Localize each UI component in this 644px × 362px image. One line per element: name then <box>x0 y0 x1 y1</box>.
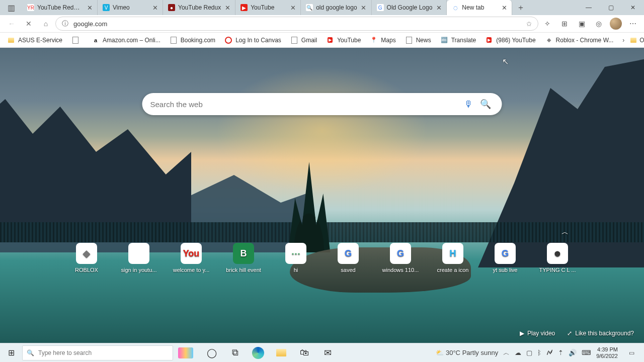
bookmark-2[interactable]: aAmazon.com – Onli... <box>89 34 164 46</box>
quicklink-tile: You <box>181 243 202 264</box>
bluetooth-tray-icon[interactable]: ᛒ <box>537 349 541 356</box>
quicklink-4[interactable]: ⋯hi <box>285 243 307 273</box>
quicklink-label: hi <box>273 267 318 273</box>
bookmark-label: (986) YouTube <box>496 37 535 44</box>
home-button[interactable]: ⌂ <box>38 16 53 31</box>
site-info-icon[interactable]: ⓘ <box>62 19 68 28</box>
minimize-button[interactable]: — <box>578 0 600 15</box>
quicklink-3[interactable]: Bbrick hill event <box>232 243 255 273</box>
quicklink-6[interactable]: Gwindows 110... <box>389 243 412 273</box>
onedrive-tray-icon[interactable]: ☁ <box>515 349 521 356</box>
tab-3[interactable]: ▶YouTube✕ <box>235 0 301 15</box>
url-field[interactable]: ⓘ google.com ✩ <box>55 17 538 31</box>
quicklink-1[interactable]: sign in youtu... <box>128 243 150 273</box>
bookmark-11[interactable]: ◆Roblox - Chrome W... <box>542 34 617 46</box>
tab-4[interactable]: 🔍old google logo✕ <box>301 0 371 15</box>
quicklink-5[interactable]: Gsaved <box>337 243 359 273</box>
address-bar: ← ✕ ⌂ ⓘ google.com ✩ ✧ ⊞ ▣ ◎ ⋯ <box>0 15 644 33</box>
new-tab-button[interactable]: ＋ <box>512 0 529 15</box>
bookmark-0[interactable]: ASUS E-Service <box>4 34 65 46</box>
collapse-quicklinks-button[interactable]: ︿ <box>561 228 569 237</box>
settings-menu-button[interactable]: ⋯ <box>626 17 640 31</box>
quicklink-9[interactable]: ☻TYPING C L ... <box>546 243 569 273</box>
close-tab-icon[interactable]: ✕ <box>501 4 508 12</box>
bookmark-icon: ◆ <box>545 36 553 44</box>
favorite-star-icon[interactable]: ✩ <box>526 20 532 28</box>
task-view-button[interactable] <box>175 343 196 363</box>
bookmark-1[interactable] <box>68 34 86 46</box>
close-tab-icon[interactable]: ✕ <box>86 4 93 12</box>
close-tab-icon[interactable]: ✕ <box>435 4 442 12</box>
cortana-button[interactable]: ◯ <box>201 343 222 363</box>
language-tray-icon[interactable]: ⌨ <box>582 349 591 356</box>
wifi-tray-icon[interactable]: ⇡ <box>558 349 564 356</box>
taskbar-search[interactable]: 🔍 Type here to search <box>22 345 173 360</box>
quicklink-tile: ⋯ <box>285 243 306 264</box>
volume-tray-icon[interactable]: 🔊 <box>569 349 577 356</box>
close-tab-icon[interactable]: ✕ <box>289 4 296 12</box>
tab-6[interactable]: ◌New tab✕ <box>447 0 512 15</box>
quicklink-7[interactable]: Hcreate a icon <box>442 243 464 273</box>
tab-0[interactable]: YRYouTube Redux -✕ <box>22 0 98 15</box>
bookmark-9[interactable]: 🔤Translate <box>437 34 479 46</box>
tab-actions-button[interactable]: ▥ <box>0 0 22 15</box>
action-center-button[interactable]: ▭ <box>623 343 640 363</box>
weather-widget[interactable]: ⛅ 30°C Partly sunny <box>436 349 498 356</box>
bookmarks-overflow[interactable]: › <box>622 37 624 44</box>
bookmark-label: YouTube <box>337 37 361 44</box>
maximize-button[interactable]: ▢ <box>600 0 622 15</box>
battery-tray-icon[interactable]: 🗲 <box>546 349 553 356</box>
bookmark-label: Amazon.com – Onli... <box>103 37 160 44</box>
close-window-button[interactable]: ✕ <box>622 0 644 15</box>
bookmark-icon: 📍 <box>370 36 378 44</box>
collections-button[interactable]: ⊞ <box>557 17 572 31</box>
explorer-taskbar-icon[interactable] <box>271 343 292 363</box>
screenshot-button[interactable]: ▣ <box>575 17 589 31</box>
search-icon[interactable]: 🔍 <box>477 99 494 110</box>
close-tab-icon[interactable]: ✕ <box>224 4 231 12</box>
close-tab-icon[interactable]: ✕ <box>360 4 367 12</box>
back-button[interactable]: ← <box>4 16 19 31</box>
bookmark-10[interactable]: ▶(986) YouTube <box>482 34 538 46</box>
start-button[interactable]: ⊞ <box>0 343 22 363</box>
edge-taskbar-icon[interactable] <box>248 343 269 363</box>
meet-tray-icon[interactable]: ▢ <box>526 349 532 356</box>
tab-title: Vimeo <box>113 4 148 11</box>
tab-title: YouTube Redux - <box>37 4 83 11</box>
taskbar-clock[interactable]: 4:39 PM 9/6/2022 <box>596 346 618 359</box>
close-tab-icon[interactable]: ✕ <box>151 4 158 12</box>
quicklink-2[interactable]: Youwelcome to y... <box>180 243 202 273</box>
tab-strip: ▥ YRYouTube Redux -✕VVimeo✕●YouTube Redu… <box>0 0 644 15</box>
quicklink-8[interactable]: Gyt sub live <box>494 243 516 273</box>
bookmark-6[interactable]: ▶YouTube <box>323 34 364 46</box>
tab-5[interactable]: GOld Google Logo✕ <box>372 0 447 15</box>
web-search-box[interactable]: 🎙 🔍 <box>142 93 502 115</box>
search-input[interactable] <box>150 100 460 109</box>
web-capture-button[interactable]: ◎ <box>592 17 606 31</box>
bookmark-3[interactable]: Booking.com <box>167 34 218 46</box>
bookmark-8[interactable]: News <box>402 34 434 46</box>
extensions-button[interactable]: ✧ <box>540 17 554 31</box>
tab-favicon: 🔍 <box>306 4 313 11</box>
stop-button[interactable]: ✕ <box>21 16 36 31</box>
tray-chevron-icon[interactable]: ︿ <box>503 348 510 357</box>
voice-search-icon[interactable]: 🎙 <box>460 99 477 110</box>
store-taskbar-icon[interactable]: 🛍 <box>294 343 315 363</box>
tab-2[interactable]: ●YouTube Redux✕ <box>163 0 235 15</box>
quicklink-label: ROBLOX <box>64 267 109 273</box>
bookmark-5[interactable]: Gmail <box>287 34 320 46</box>
like-background-button[interactable]: ⤢ Like this background? <box>567 330 634 337</box>
other-favorites-folder[interactable]: Other favorites <box>627 34 644 46</box>
quicklink-tile: B <box>233 243 254 264</box>
tab-1[interactable]: VVimeo✕ <box>98 0 163 15</box>
bookmark-4[interactable]: Log In to Canvas <box>221 34 284 46</box>
quicklink-label: brick hill event <box>221 267 266 273</box>
task-view2-button[interactable]: ⧉ <box>224 343 246 363</box>
tab-title: YouTube <box>251 4 286 11</box>
quicklink-0[interactable]: ◆ROBLOX <box>75 243 98 273</box>
bookmark-7[interactable]: 📍Maps <box>367 34 398 46</box>
profile-avatar[interactable] <box>609 17 623 31</box>
mail-taskbar-icon[interactable]: ✉ <box>317 343 338 363</box>
play-video-button[interactable]: ▶ Play video <box>520 330 555 337</box>
bookmark-label: Translate <box>451 37 476 44</box>
